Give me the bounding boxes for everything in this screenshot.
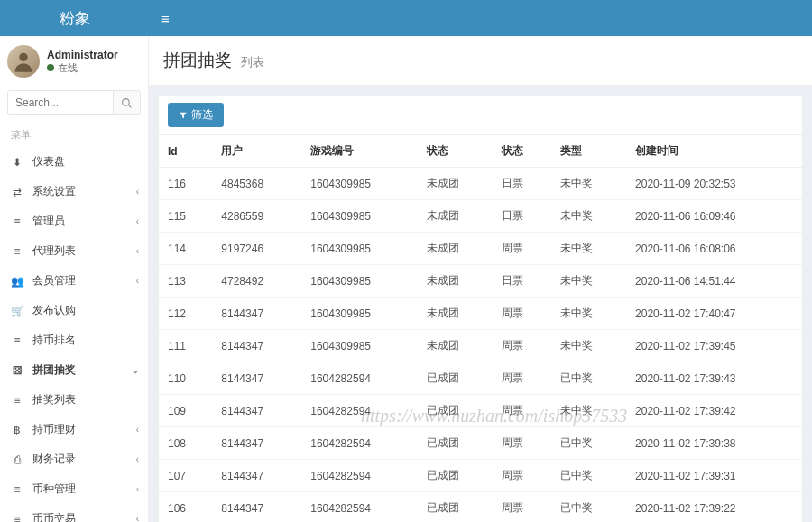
sidebar-item-label: 币种管理: [32, 481, 76, 497]
sidebar-item-label: 仪表盘: [32, 154, 65, 169]
table-cell: 1604282594: [301, 362, 418, 395]
table-row[interactable]: 10681443471604282594已成团周票已中奖2020-11-02 1…: [159, 492, 802, 523]
table-cell: 9197246: [212, 233, 301, 265]
sidebar-item-代理列表[interactable]: ≡代理列表‹: [0, 236, 148, 266]
table-cell: 8144347: [212, 330, 301, 362]
cart-icon: 🛒: [9, 305, 25, 317]
user-panel: Administrator 在线: [0, 36, 148, 87]
list-icon: ≡: [9, 215, 25, 228]
table-cell: 116: [159, 168, 212, 200]
table-cell: 未中奖: [551, 265, 626, 298]
table-row[interactable]: 11491972461604309985未成团周票未中奖2020-11-06 1…: [159, 233, 802, 265]
title-bar: 拼团抽奖 列表: [149, 36, 812, 86]
table-cell: 周票: [493, 427, 551, 460]
table-cell: 周票: [493, 492, 551, 523]
table-row[interactable]: 11281443471604309985未成团周票未中奖2020-11-02 1…: [159, 298, 802, 330]
list-icon: ≡: [9, 245, 25, 258]
bitcoin-icon: ฿: [9, 424, 25, 436]
table-cell: 1604309985: [301, 233, 418, 265]
table-row[interactable]: 11648453681604309985未成团日票未中奖2020-11-09 2…: [159, 168, 802, 200]
table-row[interactable]: 10981443471604282594已成团周票未中奖2020-11-02 1…: [159, 395, 802, 427]
users-icon: 👥: [9, 275, 25, 288]
table-cell: 未成团: [418, 200, 493, 233]
table-cell: 未中奖: [551, 298, 626, 330]
table-header[interactable]: 状态: [418, 135, 493, 168]
chevron-icon: ‹: [136, 246, 139, 256]
table-cell: 周票: [493, 395, 551, 427]
sidebar-item-币币交易[interactable]: ≡币币交易‹: [0, 504, 148, 522]
search-button[interactable]: [113, 91, 140, 114]
table-row[interactable]: 10781443471604282594已成团周票已中奖2020-11-02 1…: [159, 460, 802, 492]
page-subtitle: 列表: [241, 55, 264, 69]
table-cell: 1604309985: [301, 168, 418, 200]
table-cell: 2020-11-02 17:39:22: [626, 492, 802, 523]
table-cell: 112: [159, 298, 212, 330]
table-cell: 未中奖: [551, 200, 626, 233]
filter-button[interactable]: 筛选: [168, 103, 224, 127]
table-cell: 4728492: [212, 265, 301, 298]
table-cell: 1604309985: [301, 330, 418, 362]
table-cell: 114: [159, 233, 212, 265]
sidebar-item-label: 发布认购: [32, 303, 76, 318]
chevron-icon: ‹: [136, 425, 139, 435]
table-cell: 未中奖: [551, 233, 626, 265]
table-cell: 8144347: [212, 395, 301, 427]
sidebar-item-持币理财[interactable]: ฿持币理财‹: [0, 415, 148, 444]
table-header[interactable]: 用户: [212, 135, 301, 168]
chevron-icon: ‹: [136, 514, 139, 522]
chevron-icon: ‹: [136, 484, 139, 494]
table-cell: 8144347: [212, 298, 301, 330]
sidebar-item-管理员[interactable]: ≡管理员‹: [0, 206, 148, 236]
table-header[interactable]: 状态: [493, 135, 551, 168]
table-header[interactable]: 创建时间: [626, 135, 802, 168]
table-header[interactable]: 类型: [551, 135, 626, 168]
menu-toggle-icon[interactable]: ≡: [149, 11, 182, 26]
table-cell: 4286559: [212, 200, 301, 233]
sidebar-item-拼团抽奖[interactable]: ⚄拼团抽奖⌄: [0, 355, 148, 385]
sidebar-item-持币排名[interactable]: ≡持币排名: [0, 325, 148, 355]
online-dot-icon: [47, 64, 54, 71]
table-cell: 1604282594: [301, 427, 418, 460]
list-icon: ≡: [9, 483, 25, 496]
table-row[interactable]: 10881443471604282594已成团周票已中奖2020-11-02 1…: [159, 427, 802, 460]
table-cell: 8144347: [212, 460, 301, 492]
sidebar-item-币种管理[interactable]: ≡币种管理‹: [0, 474, 148, 504]
table-cell: 未成团: [418, 233, 493, 265]
user-status: 在线: [47, 61, 118, 75]
filter-icon: [179, 111, 188, 120]
table-cell: 未中奖: [551, 330, 626, 362]
search-input[interactable]: [8, 91, 113, 114]
table-row[interactable]: 11347284921604309985未成团日票未中奖2020-11-06 1…: [159, 265, 802, 298]
table-cell: 未成团: [418, 168, 493, 200]
sidebar-item-抽奖列表[interactable]: ≡抽奖列表: [0, 385, 148, 415]
sidebar-item-发布认购[interactable]: 🛒发布认购: [0, 296, 148, 325]
table-cell: 106: [159, 492, 212, 523]
table-cell: 日票: [493, 168, 551, 200]
table-row[interactable]: 11542865591604309985未成团日票未中奖2020-11-06 1…: [159, 200, 802, 233]
table-header[interactable]: Id: [159, 135, 212, 168]
brand-logo: 粉象: [0, 8, 149, 29]
chevron-icon: ‹: [136, 454, 139, 464]
sidebar-item-财务记录[interactable]: ⎙财务记录‹: [0, 444, 148, 474]
table-header[interactable]: 游戏编号: [301, 135, 418, 168]
sidebar-item-label: 代理列表: [32, 243, 76, 259]
search-icon: [121, 97, 133, 109]
table-cell: 4845368: [212, 168, 301, 200]
svg-line-2: [128, 105, 131, 107]
table-cell: 未成团: [418, 298, 493, 330]
table-row[interactable]: 11181443471604309985未成团周票未中奖2020-11-02 1…: [159, 330, 802, 362]
chevron-icon: ‹: [136, 216, 139, 226]
sidebar-item-会员管理[interactable]: 👥会员管理‹: [0, 266, 148, 296]
table-cell: 113: [159, 265, 212, 298]
table-cell: 已成团: [418, 492, 493, 523]
table-cell: 8144347: [212, 492, 301, 523]
table-cell: 未成团: [418, 265, 493, 298]
table-cell: 未中奖: [551, 168, 626, 200]
table-cell: 已成团: [418, 362, 493, 395]
sidebar-item-仪表盘[interactable]: ⬍仪表盘: [0, 147, 148, 177]
sidebar-item-系统设置[interactable]: ⇄系统设置‹: [0, 177, 148, 206]
table-cell: 1604309985: [301, 298, 418, 330]
table-row[interactable]: 11081443471604282594已成团周票已中奖2020-11-02 1…: [159, 362, 802, 395]
table-cell: 未中奖: [551, 395, 626, 427]
table-cell: 8144347: [212, 362, 301, 395]
